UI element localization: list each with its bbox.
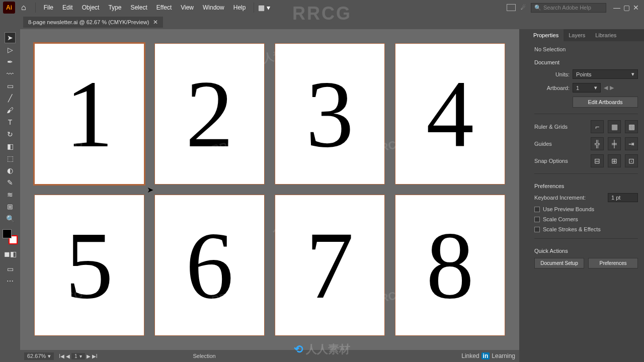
line-tool[interactable]: ╱ [5, 93, 16, 104]
artboard-1[interactable]: 1 [34, 43, 144, 185]
artboard-prev[interactable]: ◀ [604, 84, 608, 91]
linkedin-learning-logo: LinkedinLearning [461, 352, 515, 359]
window-maximize[interactable]: ▢ [623, 4, 630, 12]
rotate-tool[interactable]: ↻ [5, 129, 16, 140]
rectangle-tool[interactable]: ▭ [5, 80, 16, 92]
use-preview-bounds-checkbox[interactable]: Use Preview Bounds [534, 206, 638, 212]
pen-tool[interactable]: ✒ [5, 56, 16, 67]
toolbar: ➤ ▷ ✒ 〰 ▭ ╱ 🖌 T ↻ ◧ ⬚ ◐ ✎ ≋ ⊞ 🔍 ◼◧ ▭ ⋯ [0, 29, 20, 362]
blend-tool[interactable]: ≋ [5, 189, 16, 200]
window-close[interactable]: ✕ [633, 4, 639, 12]
transparency-grid-icon[interactable]: ▩ [625, 120, 638, 133]
units-label: Units: [534, 71, 570, 77]
edit-toolbar[interactable]: ⋯ [5, 276, 16, 287]
screen-mode[interactable]: ▭ [5, 263, 16, 275]
menu-help[interactable]: Help [229, 2, 250, 13]
artboard-7[interactable]: 7 [275, 195, 385, 336]
tab-title: 8-page newsletter.ai @ 62.67 % (CMYK/Pre… [28, 19, 149, 25]
color-mode[interactable]: ◼◧ [5, 248, 16, 259]
artboard-5[interactable]: 5 [34, 195, 144, 336]
scale-corners-checkbox[interactable]: Scale Corners [534, 216, 638, 222]
section-quick-actions: Quick Actions [534, 248, 638, 254]
artboard-4[interactable]: 4 [395, 43, 505, 185]
canvas[interactable]: 1 2 3 4 5 6 7 8 ➤ 人人素材 人人素材 人人素材 RRCG RR… [20, 29, 519, 362]
home-icon[interactable]: ⌂ [16, 3, 31, 12]
snap-label: Snap Options [534, 158, 587, 164]
workspace-icon[interactable] [507, 4, 516, 11]
artboard-tool[interactable]: ⊞ [5, 201, 16, 212]
menu-edit[interactable]: Edit [58, 2, 77, 13]
zoom-tool[interactable]: 🔍 [5, 213, 16, 224]
search-icon: 🔍 [534, 5, 541, 11]
menu-file[interactable]: File [40, 2, 57, 13]
keyboard-increment-input[interactable]: 1 pt [608, 193, 638, 202]
watermark-top: RRCG [292, 3, 352, 24]
close-icon[interactable]: ✕ [153, 19, 158, 26]
cursor-icon: ➤ [147, 185, 153, 195]
artboard-select[interactable]: 1▾ [573, 83, 601, 93]
document-tab[interactable]: 8-page newsletter.ai @ 62.67 % (CMYK/Pre… [23, 17, 163, 28]
grid-icon[interactable]: ▦ [608, 120, 621, 133]
artboard-label: Artboard: [534, 85, 570, 91]
prev-artboard-icon[interactable]: ◀ [66, 353, 70, 359]
collapsed-panels[interactable] [519, 29, 528, 362]
shapebuilder-tool[interactable]: ⬚ [5, 153, 16, 164]
color-swatches[interactable] [3, 229, 18, 244]
gradient-tool[interactable]: ◐ [5, 165, 16, 176]
keyboard-increment-label: Keyboard Increment: [534, 195, 605, 201]
snap-point-icon[interactable]: ⊞ [608, 154, 621, 167]
menu-effect[interactable]: Effect [152, 2, 176, 13]
chevron-down-icon: ▾ [594, 84, 597, 91]
app-icon: Ai [3, 2, 15, 14]
selection-tool[interactable]: ➤ [5, 32, 16, 43]
selection-state: No Selection [534, 46, 638, 52]
menu-type[interactable]: Type [104, 2, 125, 13]
status-selection: Selection [193, 353, 215, 359]
artboard-8[interactable]: 8 [395, 195, 505, 336]
sync-icon[interactable]: ☄ [521, 5, 526, 11]
curvature-tool[interactable]: 〰 [5, 68, 16, 79]
preferences-button[interactable]: Preferences [588, 258, 638, 268]
artboard-6[interactable]: 6 [154, 195, 265, 336]
artboard-next[interactable]: ▶ [610, 84, 614, 91]
eraser-tool[interactable]: ◧ [5, 141, 16, 152]
smart-guides-icon[interactable]: ⇥ [625, 137, 638, 150]
next-artboard-icon[interactable]: ▶ [87, 353, 91, 359]
lock-guides-icon[interactable]: ╪ [608, 137, 621, 150]
fill-swatch[interactable] [3, 229, 12, 238]
window-minimize[interactable]: — [613, 4, 620, 12]
direct-selection-tool[interactable]: ▷ [5, 44, 16, 55]
snap-grid-icon[interactable]: ⊡ [625, 154, 638, 167]
menu-select[interactable]: Select [126, 2, 151, 13]
search-input[interactable]: 🔍 Search Adobe Help [531, 3, 606, 13]
document-setup-button[interactable]: Document Setup [534, 258, 584, 268]
arrange-icon[interactable]: ▦ ▾ [258, 4, 270, 12]
section-preferences: Preferences [534, 183, 638, 189]
eyedropper-tool[interactable]: ✎ [5, 177, 16, 188]
last-artboard-icon[interactable]: ▶I [92, 353, 98, 359]
artboard-3[interactable]: 3 [275, 43, 385, 185]
guides-label: Guides [534, 141, 587, 147]
show-guides-icon[interactable]: ╬ [591, 137, 604, 150]
watermark-bottom: ⟲人人素材 [294, 342, 350, 357]
artboard-nav[interactable]: I◀ ◀ 1▾ ▶ ▶I [59, 353, 97, 359]
zoom-field[interactable]: 62.67%▾ [24, 352, 54, 360]
units-select[interactable]: Points▾ [573, 69, 638, 79]
scale-strokes-checkbox[interactable]: Scale Strokes & Effects [534, 226, 638, 232]
ruler-icon[interactable]: ⌐ [591, 120, 604, 133]
snap-pixel-icon[interactable]: ⊟ [591, 154, 604, 167]
menu-object[interactable]: Object [78, 2, 104, 13]
edit-artboards-button[interactable]: Edit Artboards [573, 97, 638, 108]
tab-layers[interactable]: Layers [564, 29, 590, 41]
tab-libraries[interactable]: Libraries [590, 29, 621, 41]
first-artboard-icon[interactable]: I◀ [59, 353, 64, 359]
brush-tool[interactable]: 🖌 [5, 105, 16, 116]
chevron-down-icon: ▾ [631, 71, 634, 77]
tab-properties[interactable]: Properties [528, 29, 564, 41]
type-tool[interactable]: T [5, 117, 16, 128]
artboard-2[interactable]: 2 [154, 43, 265, 185]
menu-view[interactable]: View [177, 2, 198, 13]
section-document: Document [534, 59, 638, 65]
menu-window[interactable]: Window [199, 2, 228, 13]
artboard-number-field[interactable]: 1▾ [71, 353, 85, 359]
